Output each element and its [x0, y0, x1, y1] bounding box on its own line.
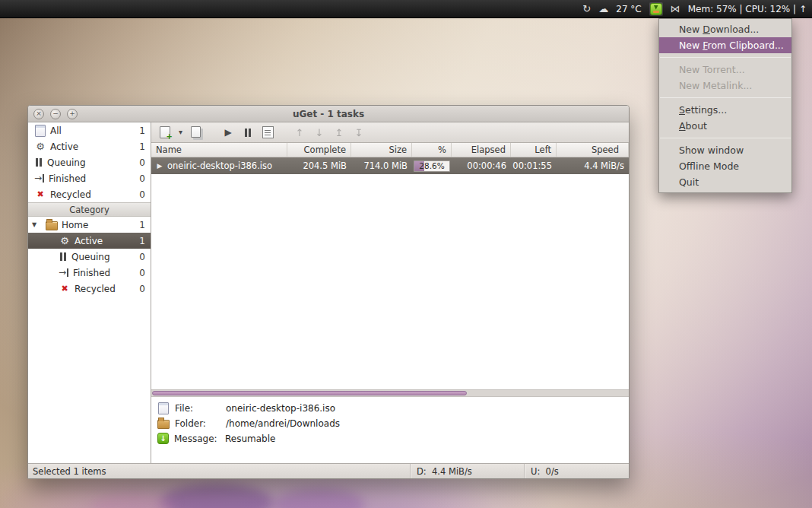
item-count: 1	[139, 220, 145, 230]
bowtie-indicator-icon[interactable]: ⋈	[671, 4, 680, 14]
menu-item-new-download[interactable]: New Download...	[659, 21, 791, 37]
start-button[interactable]: ▶	[218, 124, 238, 141]
task-list[interactable]: ▶oneiric-desktop-i386.iso204.5 MiB714.0 …	[151, 157, 629, 389]
finished-icon	[59, 267, 69, 278]
session-swirl-icon[interactable]: ↻	[582, 4, 591, 14]
move-up-button: ↑	[290, 124, 309, 141]
item-count: 1	[139, 125, 145, 136]
upload-speed-status: U: 0/s	[524, 464, 629, 478]
menu-item-show-window[interactable]: Show window	[659, 142, 791, 158]
uget-tray-button[interactable]	[649, 2, 663, 16]
sidebar-item-label: All	[50, 125, 62, 136]
recycled-icon: ✖	[59, 283, 71, 294]
sidebar-item-label: Active	[75, 236, 103, 246]
statusbar: Selected 1 items D: 4.4 MiB/s U: 0/s	[28, 463, 629, 478]
item-count: 1	[139, 141, 145, 152]
menu-item-quit[interactable]: Quit	[659, 174, 791, 190]
sidebar-item-finished[interactable]: Finished0	[28, 265, 151, 281]
column-header-percent[interactable]: %	[412, 143, 452, 157]
column-header-size[interactable]: Size	[351, 143, 412, 157]
move-top-button: ↥	[329, 124, 349, 141]
system-monitor-indicator[interactable]: Mem: 57% | CPU: 12% | ↑	[688, 4, 807, 14]
column-header-speed[interactable]: Speed	[557, 143, 629, 157]
maximize-button[interactable]: +	[67, 109, 78, 119]
detail-value: Resumable	[225, 433, 275, 444]
category-header: Category	[28, 202, 151, 217]
active-icon: ⚙	[59, 235, 71, 246]
wallpaper-flower-decoration	[160, 484, 274, 508]
temperature-indicator[interactable]: 27 °C	[616, 4, 641, 14]
item-count: 0	[139, 284, 145, 294]
item-count: 0	[139, 268, 145, 278]
detail-row-message: ↓Message:Resumable	[157, 433, 623, 444]
column-header-name[interactable]: Name	[151, 143, 287, 157]
play-icon: ▶	[222, 127, 234, 138]
menu-item-new-from-clipboard[interactable]: New From Clipboard...	[659, 37, 791, 53]
titlebar[interactable]: × − + uGet - 1 tasks	[28, 106, 629, 122]
detail-label: File:	[175, 403, 220, 414]
sidebar-item-active[interactable]: ⚙Active1	[28, 233, 151, 249]
task-elapsed: 00:00:46	[452, 157, 511, 174]
pause-button[interactable]	[238, 124, 258, 141]
move-down-button: ↓	[309, 124, 329, 141]
menu-item-about[interactable]: About	[659, 118, 791, 134]
arrow-top-icon: ↥	[333, 127, 345, 138]
arrow-up-icon: ↑	[293, 127, 306, 138]
weather-cloud-icon[interactable]: ☁	[598, 4, 608, 14]
sidebar-item-label: Queuing	[71, 252, 110, 262]
sidebar-item-recycled[interactable]: ✖Recycled0	[28, 281, 151, 297]
progress-label: 28.6%	[414, 161, 449, 171]
item-count: 0	[139, 252, 145, 262]
move-bottom-button: ↧	[349, 124, 369, 141]
column-header-complete[interactable]: Complete	[287, 143, 351, 157]
doc-icon	[159, 127, 171, 138]
progress-bar: 28.6%	[414, 160, 450, 172]
column-header-left[interactable]: Left	[511, 143, 557, 157]
column-header-elapsed[interactable]: Elapsed	[452, 143, 511, 157]
close-button[interactable]: ×	[33, 109, 44, 119]
task-size: 714.0 MiB	[351, 157, 412, 174]
top-panel: ↻ ☁ 27 °C ⋈ Mem: 57% | CPU: 12% | ↑	[0, 0, 812, 18]
properties-button[interactable]	[258, 124, 278, 141]
menu-item-offline-mode[interactable]: Offline Mode	[659, 158, 791, 174]
new-category-button[interactable]	[186, 124, 206, 141]
menu-separator	[660, 138, 791, 138]
menu-item-new-metalink: New Metalink...	[659, 78, 791, 94]
sidebar-item-queuing[interactable]: Queuing0	[28, 154, 151, 170]
new-download-menu-button[interactable]: ▾	[175, 124, 186, 141]
scrollbar-thumb[interactable]	[152, 391, 467, 395]
detail-row-folder: Folder:/home/andrei/Downloads	[157, 418, 623, 429]
category-tree: ▼Home1⚙Active1Queuing0Finished0✖Recycled…	[28, 217, 151, 297]
horizontal-scrollbar[interactable]	[151, 389, 629, 396]
sidebar-item-active[interactable]: ⚙Active1	[28, 138, 151, 154]
arrow-bottom-icon: ↧	[353, 127, 365, 138]
task-row[interactable]: ▶oneiric-desktop-i386.iso204.5 MiB714.0 …	[151, 157, 629, 174]
arrow-down-icon: ↓	[313, 127, 325, 138]
item-count: 0	[139, 157, 145, 168]
sidebar-item-label: Queuing	[47, 157, 86, 168]
sidebar-item-queuing[interactable]: Queuing0	[28, 249, 151, 265]
item-count: 0	[139, 189, 145, 200]
details-panel: File:oneiric-desktop-i386.isoFolder:/hom…	[151, 396, 629, 463]
sidebar-item-recycled[interactable]: ✖Recycled0	[28, 186, 151, 202]
task-speed: 4.4 MiB/s	[557, 157, 629, 174]
new-download-button[interactable]	[155, 124, 175, 141]
task-name: oneiric-desktop-i386.iso	[167, 160, 272, 171]
sidebar-item-home[interactable]: ▼Home1	[28, 217, 151, 233]
sidebar-item-label: Recycled	[50, 189, 91, 200]
sidebar-item-all[interactable]: All1	[28, 122, 151, 138]
finished-icon	[34, 173, 45, 184]
folder-icon	[46, 219, 58, 230]
detail-value: /home/andrei/Downloads	[226, 418, 340, 429]
active-icon: ⚙	[34, 141, 46, 152]
item-count: 1	[139, 236, 145, 246]
minimize-button[interactable]: −	[50, 109, 61, 119]
chevron-down-icon: ▾	[175, 127, 187, 138]
expander-icon[interactable]: ▼	[32, 221, 42, 228]
wallpaper-flower-decoration	[274, 488, 365, 508]
menu-item-settings[interactable]: Settings...	[659, 102, 791, 118]
selection-status: Selected 1 items	[28, 466, 410, 477]
message-icon: ↓	[157, 433, 169, 444]
uget-window: × − + uGet - 1 tasks All1⚙Active1Queuing…	[27, 105, 630, 479]
sidebar-item-finished[interactable]: Finished0	[28, 170, 151, 186]
